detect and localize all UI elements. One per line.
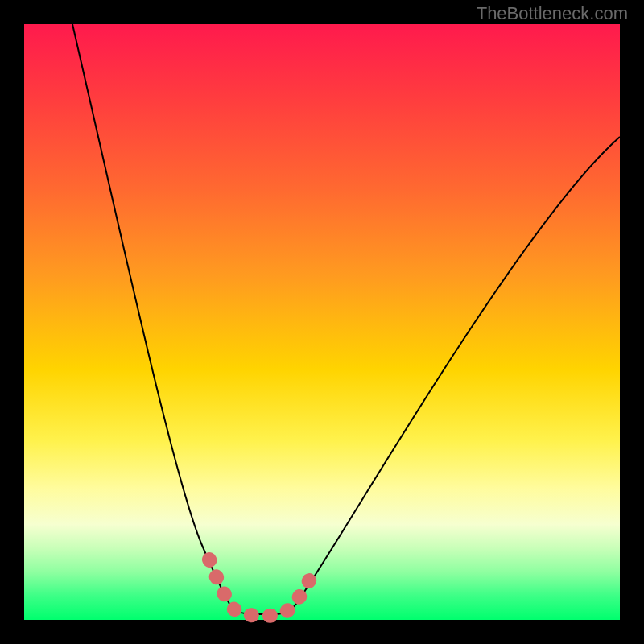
highlight-segment [209, 559, 314, 616]
plot-area [24, 24, 620, 620]
chart-frame: TheBottleneck.com [0, 0, 644, 644]
curve-svg [24, 24, 620, 620]
watermark-text: TheBottleneck.com [477, 3, 628, 24]
main-curve [72, 24, 620, 614]
